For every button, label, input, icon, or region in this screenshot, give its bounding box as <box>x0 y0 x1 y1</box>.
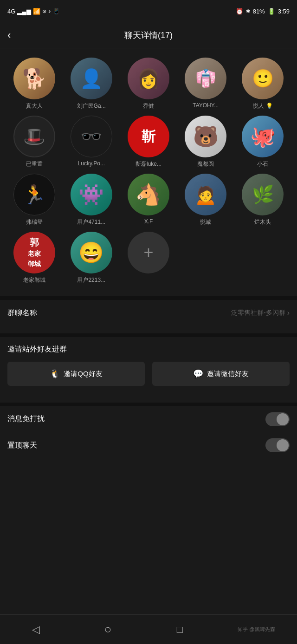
member-name: 老家郸城 <box>23 276 45 284</box>
member-name: X.F <box>144 218 153 225</box>
member-item[interactable]: 🐻 魔都圆 <box>179 116 232 168</box>
invite-wechat-label: 邀请微信好友 <box>207 370 249 378</box>
qq-icon: 🐧 <box>50 369 60 379</box>
invite-section: 邀请站外好友进群 🐧 邀请QQ好友 💬 邀请微信好友 <box>0 337 297 395</box>
wifi-icon: 📶 <box>33 8 40 15</box>
toggle-settings-section: 消息免打扰 置顶聊天 <box>0 406 297 458</box>
member-name: 魔都圆 <box>197 160 214 168</box>
member-item[interactable]: 🎩 已重置 <box>7 116 61 168</box>
mute-row: 消息免打扰 <box>7 406 290 432</box>
member-item[interactable]: 👤 刘广民Ga... <box>65 58 118 110</box>
mute-toggle[interactable] <box>265 412 290 426</box>
page-title: 聊天详情(17) <box>124 30 173 41</box>
member-name: TAYOHY... <box>193 102 219 109</box>
chevron-right-icon: › <box>287 309 290 317</box>
member-item[interactable]: 🙍 悦诚 <box>179 174 232 226</box>
member-name: 靳磊luke... <box>136 160 161 168</box>
member-name: 真大人 <box>26 102 43 110</box>
signal-text: 4G <box>7 8 15 15</box>
member-item[interactable]: 郭老家郸城 老家郸城 <box>7 232 61 284</box>
member-item[interactable]: 🕶️ Lucky.Po... <box>65 116 118 168</box>
watermark: 知乎 @黑啤先森 <box>238 626 275 633</box>
members-grid: 🐕 真大人 👤 刘广民Ga... 👩 乔健 👘 TA <box>7 58 290 284</box>
bt2-icon: ✱ <box>246 8 250 14</box>
section-divider <box>0 296 297 300</box>
nav-spacer <box>0 458 297 477</box>
pin-label: 置顶聊天 <box>7 441 37 450</box>
time: 3:59 <box>278 8 290 15</box>
nav-back-button[interactable]: ◁ <box>22 620 50 639</box>
member-name: 刘广民Ga... <box>77 102 106 110</box>
member-name: 悦人 💡 <box>253 102 272 110</box>
member-item[interactable]: 🐕 真大人 <box>7 58 61 110</box>
member-name: Lucky.Po... <box>78 160 105 167</box>
back-triangle-icon: ◁ <box>32 624 40 636</box>
alarm-icon: ⏰ <box>236 8 243 15</box>
member-item[interactable]: 🌿 烂木头 <box>236 174 290 226</box>
member-item[interactable]: 🏃 弗瑞登 <box>7 174 61 226</box>
group-name-row[interactable]: 群聊名称 泛零售社群-多闪群 › <box>7 300 290 326</box>
member-item[interactable]: 靳 靳磊luke... <box>122 116 175 168</box>
member-name: 烂木头 <box>254 218 271 226</box>
member-item[interactable]: 😄 用户2213... <box>65 232 118 284</box>
mute-label: 消息免打扰 <box>7 414 45 424</box>
invite-qq-label: 邀请QQ好友 <box>64 370 102 378</box>
member-item[interactable]: 👾 用户4711... <box>65 174 118 226</box>
pin-row: 置顶聊天 <box>7 432 290 458</box>
pin-toggle[interactable] <box>265 438 290 452</box>
member-item[interactable]: 🐴 X.F <box>122 174 175 226</box>
add-icon: + <box>128 232 169 273</box>
app-icon: 📱 <box>53 8 60 14</box>
member-item[interactable]: 👩 乔健 <box>122 58 175 110</box>
bt-icon: ⊛ <box>42 8 46 14</box>
add-member-button[interactable]: + <box>122 232 175 284</box>
invite-wechat-button[interactable]: 💬 邀请微信好友 <box>152 362 290 386</box>
section-divider-2 <box>0 333 297 337</box>
group-name-text: 泛零售社群-多闪群 <box>231 309 285 317</box>
invite-qq-button[interactable]: 🐧 邀请QQ好友 <box>7 362 145 386</box>
nav-home-button[interactable]: ○ <box>94 620 122 639</box>
group-name-label: 群聊名称 <box>7 308 37 318</box>
member-name: 用户2213... <box>77 276 105 284</box>
battery-icon: 🔋 <box>268 8 275 15</box>
members-section: 🐕 真大人 👤 刘广民Ga... 👩 乔健 👘 TA <box>0 48 297 289</box>
battery-level: 81% <box>253 8 265 15</box>
toggle-knob <box>277 413 289 425</box>
member-name: 小石 <box>257 160 268 168</box>
page-header: ‹ 聊天详情(17) <box>0 22 297 48</box>
signal-bars: ▂▄▆ <box>17 8 31 15</box>
recent-square-icon: □ <box>177 624 183 636</box>
tiktok-icon: ♪ <box>48 8 51 14</box>
status-info: ⏰ ✱ 81% 🔋 3:59 <box>236 8 290 15</box>
back-button[interactable]: ‹ <box>7 29 11 41</box>
nav-recent-button[interactable]: □ <box>166 620 194 639</box>
invite-buttons: 🐧 邀请QQ好友 💬 邀请微信好友 <box>7 362 290 386</box>
section-divider-3 <box>0 403 297 406</box>
group-name-value: 泛零售社群-多闪群 › <box>231 309 290 317</box>
settings-section: 群聊名称 泛零售社群-多闪群 › <box>0 300 297 326</box>
member-name: 已重置 <box>26 160 43 168</box>
member-name: 乔健 <box>143 102 154 110</box>
home-circle-icon: ○ <box>104 622 112 637</box>
member-name: 悦诚 <box>200 218 211 226</box>
member-item[interactable]: 🙂 悦人 💡 <box>236 58 290 110</box>
member-name: 用户4711... <box>77 218 105 226</box>
status-bar: 4G ▂▄▆ 📶 ⊛ ♪ 📱 ⏰ ✱ 81% 🔋 3:59 <box>0 0 297 22</box>
member-name: 弗瑞登 <box>26 218 43 226</box>
toggle-knob-2 <box>277 439 289 451</box>
bottom-nav: ◁ ○ □ 知乎 @黑啤先森 <box>0 614 297 644</box>
status-signal: 4G ▂▄▆ 📶 ⊛ ♪ 📱 <box>7 8 60 15</box>
member-item[interactable]: 🐙 小石 <box>236 116 290 168</box>
wechat-icon: 💬 <box>193 369 203 379</box>
invite-title: 邀请站外好友进群 <box>7 345 290 354</box>
member-item[interactable]: 👘 TAYOHY... <box>179 58 232 110</box>
